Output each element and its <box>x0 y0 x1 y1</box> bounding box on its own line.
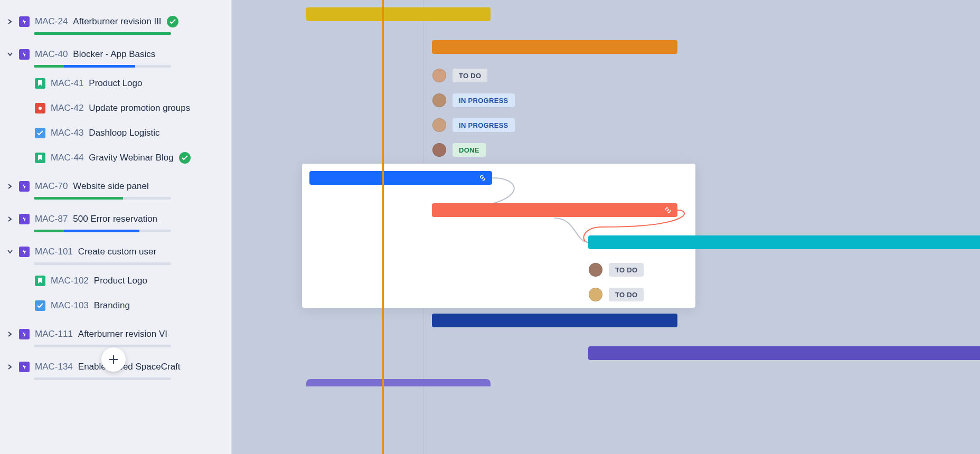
task-icon <box>35 128 45 138</box>
issue-key: MAC-111 <box>35 329 73 339</box>
timeline-area[interactable]: TO DO IN PROGRESS IN PROGRESS DONE TO DO… <box>232 0 980 454</box>
issue-title: Branding <box>94 300 130 311</box>
epic-row-mac-111[interactable]: MAC-111 Afterburner revision VI <box>0 318 231 351</box>
gantt-bar-mac-111[interactable] <box>432 314 677 327</box>
issue-key: MAC-70 <box>35 181 68 192</box>
issue-title: Afterburner revision III <box>73 16 161 27</box>
issue-key: MAC-101 <box>35 247 73 257</box>
gantt-bar-mac-87[interactable] <box>432 203 677 217</box>
issue-key: MAC-24 <box>35 16 68 27</box>
progress-bar <box>34 65 171 68</box>
progress-bar <box>34 197 171 200</box>
epic-row-mac-101[interactable]: MAC-101 Create custom user <box>0 235 231 268</box>
status-badge: TO DO <box>609 263 644 277</box>
issue-title: Gravity Webinar Blog <box>89 153 173 163</box>
issue-key: MAC-43 <box>51 128 83 138</box>
progress-bar <box>34 230 171 232</box>
child-row-mac-103[interactable]: MAC-103 Branding <box>0 293 231 318</box>
gantt-bar-mac-70[interactable] <box>309 171 492 185</box>
svg-point-0 <box>39 107 42 110</box>
issue-key: MAC-87 <box>35 214 68 224</box>
epic-icon <box>19 329 30 339</box>
chevron-right-icon[interactable] <box>6 183 14 190</box>
gantt-bar-mac-134[interactable] <box>588 346 980 360</box>
story-icon <box>35 78 45 89</box>
issue-key: MAC-102 <box>51 276 89 286</box>
progress-bar <box>34 377 171 380</box>
chevron-right-icon[interactable] <box>6 18 14 25</box>
chevron-down-icon[interactable] <box>6 248 14 256</box>
epic-icon <box>19 49 30 60</box>
issue-key: MAC-41 <box>51 78 83 89</box>
add-issue-button[interactable] <box>101 347 126 372</box>
chevron-down-icon[interactable] <box>6 51 14 58</box>
avatar[interactable] <box>589 288 602 301</box>
epic-icon <box>19 362 30 372</box>
child-row-mac-42[interactable]: MAC-42 Update promotion groups <box>0 96 231 120</box>
epic-icon <box>19 16 30 27</box>
child-row-mac-44[interactable]: MAC-44 Gravity Webinar Blog <box>0 145 231 170</box>
epic-row-mac-70[interactable]: MAC-70 Website side panel <box>0 170 231 203</box>
story-icon <box>35 276 45 286</box>
gantt-bar-mac-166[interactable] <box>306 379 491 386</box>
issue-key: MAC-134 <box>35 362 73 372</box>
issue-title: Blocker - App Basics <box>73 49 155 60</box>
done-check-icon <box>179 152 191 164</box>
done-check-icon <box>167 16 178 27</box>
issue-title: Create custom user <box>78 247 156 257</box>
epic-icon <box>19 181 30 192</box>
issue-title: Dashloop Logistic <box>89 128 159 138</box>
bug-icon <box>35 103 45 114</box>
chevron-right-icon[interactable] <box>6 215 14 223</box>
child-row-mac-43[interactable]: MAC-43 Dashloop Logistic <box>0 120 231 145</box>
issue-key: MAC-40 <box>35 49 68 60</box>
epic-icon <box>19 247 30 257</box>
issue-title: Enable speed SpaceCraft <box>78 362 181 372</box>
issue-key: MAC-42 <box>51 103 83 114</box>
child-row-mac-102[interactable]: MAC-102 Product Logo <box>0 268 231 293</box>
issue-key: MAC-103 <box>51 300 89 311</box>
progress-bar <box>34 345 171 347</box>
issue-title: 500 Error reservation <box>73 214 157 224</box>
avatar[interactable] <box>589 263 602 277</box>
issue-title: Afterburner revision VI <box>78 329 167 339</box>
avatar[interactable] <box>432 93 446 107</box>
link-icon[interactable] <box>664 206 672 216</box>
today-marker <box>382 0 384 454</box>
chevron-right-icon[interactable] <box>6 363 14 371</box>
avatar[interactable] <box>432 69 446 82</box>
status-badge: IN PROGRESS <box>453 93 515 107</box>
issue-title: Website side panel <box>73 181 148 192</box>
gantt-bar-mac-40[interactable] <box>432 40 677 54</box>
issue-title: Product Logo <box>89 78 142 89</box>
status-badge: IN PROGRESS <box>453 118 515 132</box>
status-badge: TO DO <box>609 288 644 301</box>
epic-row-mac-87[interactable]: MAC-87 500 Error reservation <box>0 203 231 235</box>
epic-row-mac-40[interactable]: MAC-40 Blocker - App Basics <box>0 38 231 71</box>
status-badge: TO DO <box>453 69 487 82</box>
issue-key: MAC-44 <box>51 153 83 163</box>
epic-row-mac-24[interactable]: MAC-24 Afterburner revision III <box>0 5 231 38</box>
progress-bar <box>34 32 171 35</box>
gantt-bar-mac-101[interactable] <box>588 235 980 249</box>
task-icon <box>35 300 45 311</box>
avatar[interactable] <box>432 143 446 157</box>
status-badge: DONE <box>453 143 486 157</box>
issue-list-sidebar: MAC-24 Afterburner revision III MAC-40 B… <box>0 0 232 454</box>
issue-title: Update promotion groups <box>89 103 190 114</box>
epic-icon <box>19 214 30 224</box>
progress-bar <box>34 262 171 265</box>
avatar[interactable] <box>432 118 446 132</box>
chevron-right-icon[interactable] <box>6 330 14 338</box>
link-icon[interactable] <box>478 174 487 184</box>
issue-title: Product Logo <box>94 276 147 286</box>
child-row-mac-41[interactable]: MAC-41 Product Logo <box>0 71 231 96</box>
story-icon <box>35 153 45 163</box>
gantt-bar-mac-24[interactable] <box>306 7 491 21</box>
